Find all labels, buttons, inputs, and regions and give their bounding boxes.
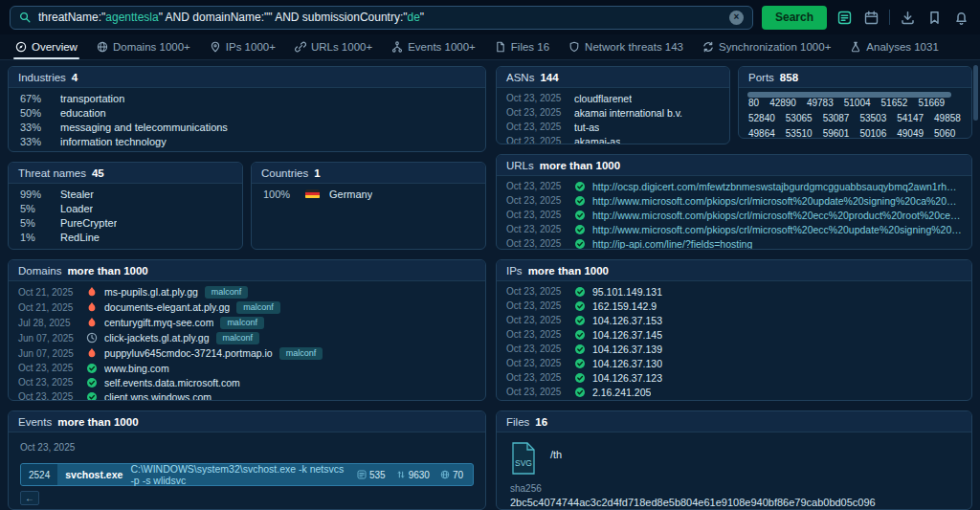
ip-address[interactable]: 104.126.37.139 — [592, 344, 662, 355]
sha256-value[interactable]: 2bc5c4074744ac3c2d4fd718ed8e5b804e61e910… — [510, 497, 958, 508]
ip-row[interactable]: Oct 23, 2025104.126.37.153 — [497, 313, 971, 327]
asn-name[interactable]: tut-as — [574, 122, 599, 133]
domain-name[interactable]: ms-pupils.gl.at.ply.gg — [104, 286, 198, 298]
asn-row[interactable]: Oct 23, 2025tut-as — [497, 120, 729, 134]
download-icon[interactable] — [899, 9, 917, 27]
port-value[interactable]: 49858 — [934, 113, 961, 123]
domain-row[interactable]: Jun 07, 2025click-jackets.gl.at.ply.ggma… — [9, 330, 485, 345]
url-link[interactable]: http://www.microsoft.com/pkiops/crl/micr… — [592, 210, 962, 221]
tab-synchronization[interactable]: Synchronization 1000+ — [693, 34, 840, 59]
url-link[interactable]: http://ocsp.digicert.com/mfewtzbnmeswsta… — [592, 181, 962, 192]
tab-events[interactable]: Events 1000+ — [382, 34, 485, 59]
ip-row[interactable]: Oct 23, 20252.16.241.205 — [497, 385, 971, 399]
domain-name[interactable]: www.bing.com — [104, 363, 169, 374]
port-value[interactable]: 5060 — [934, 128, 955, 139]
asn-name[interactable]: akamai-as — [574, 136, 620, 144]
port-value[interactable]: 51004 — [844, 98, 871, 108]
ip-address[interactable]: 95.101.149.131 — [592, 286, 662, 298]
port-value[interactable]: 49049 — [897, 128, 924, 139]
search-button[interactable]: Search — [762, 6, 827, 30]
country-row[interactable]: 100% Germany — [252, 187, 485, 201]
asn-row[interactable]: Oct 23, 2025akamai-as — [497, 134, 729, 144]
port-value[interactable]: 49864 — [748, 128, 775, 139]
industry-row[interactable]: 33%messaging and telecommunications — [9, 120, 485, 134]
domain-row[interactable]: Oct 21, 2025ms-pupils.gl.at.ply.ggmalcon… — [9, 284, 485, 299]
ip-row[interactable]: Oct 23, 202595.101.149.131 — [497, 284, 971, 299]
url-row[interactable]: Oct 23, 2025http://www.microsoft.com/pki… — [497, 193, 971, 208]
domain-row[interactable]: Oct 21, 2025documents-elegant.at.ply.ggm… — [9, 299, 485, 315]
bookmark-icon[interactable] — [925, 9, 944, 27]
port-value[interactable]: 54147 — [897, 113, 924, 123]
bell-icon[interactable] — [952, 9, 970, 27]
tab-domains[interactable]: Domains 1000+ — [87, 34, 200, 59]
asn-row[interactable]: Oct 23, 2025cloudflarenet — [497, 91, 729, 105]
asn-name[interactable]: cloudflarenet — [574, 93, 632, 104]
url-link[interactable]: http://ip-api.com/line/?fields=hosting — [592, 238, 752, 250]
url-row[interactable]: Oct 23, 2025http://ip-api.com/line/?fiel… — [497, 236, 971, 249]
url-row[interactable]: Oct 23, 2025http://www.microsoft.com/pki… — [497, 222, 971, 236]
domain-row[interactable]: Oct 23, 2025self.events.data.microsoft.c… — [9, 375, 485, 389]
domain-name[interactable]: client.wns.windows.com — [104, 391, 212, 401]
domain-row[interactable]: Jul 28, 2025centurygift.myq-see.commalco… — [9, 315, 485, 330]
scrollbar-thumb[interactable] — [747, 92, 951, 98]
page-scrollbar[interactable] — [973, 65, 978, 121]
tab-network-threats[interactable]: Network threats 143 — [559, 34, 693, 59]
tab-files[interactable]: Files 16 — [485, 34, 559, 59]
threat-name-row[interactable]: 5%Loader — [9, 201, 242, 215]
domain-name[interactable]: puppyluv645cmdoc-37214.portmap.io — [104, 347, 273, 359]
results-list-icon[interactable] — [835, 9, 854, 27]
file-name[interactable]: /th — [550, 449, 562, 460]
ip-address[interactable]: 104.126.37.130 — [592, 358, 662, 369]
port-value[interactable]: 53503 — [859, 113, 886, 123]
domain-name[interactable]: self.events.data.microsoft.com — [104, 377, 240, 388]
url-row[interactable]: Oct 23, 2025http://www.microsoft.com/pki… — [497, 208, 971, 222]
ip-row[interactable]: Oct 23, 2025104.126.37.123 — [497, 370, 971, 385]
asn-name[interactable]: akamai international b.v. — [574, 107, 682, 119]
tab-analyses[interactable]: Analyses 1031 — [840, 34, 947, 59]
threat-name-row[interactable]: 99%Stealer — [9, 187, 242, 201]
port-value[interactable]: 80 — [748, 98, 759, 108]
port-value[interactable]: 52840 — [748, 113, 775, 123]
domain-row[interactable]: Oct 23, 2025client.wns.windows.com — [9, 389, 485, 400]
domain-row[interactable]: Oct 23, 2025www.bing.com — [9, 361, 485, 375]
search-input[interactable]: threatName:"agenttesla" AND domainName:"… — [38, 11, 722, 24]
port-value[interactable]: 51652 — [881, 98, 908, 108]
ip-row[interactable]: Oct 23, 2025104.126.37.139 — [497, 342, 971, 356]
port-value[interactable]: 51669 — [918, 98, 945, 108]
threat-name-row[interactable]: 5%PureCrypter — [9, 215, 242, 230]
ip-address[interactable]: 104.126.37.145 — [592, 329, 662, 341]
port-value[interactable]: 50106 — [859, 128, 886, 139]
tab-overview[interactable]: Overview — [6, 34, 87, 59]
clear-search-button[interactable]: × — [729, 11, 744, 25]
domain-name[interactable]: documents-elegant.at.ply.gg — [104, 301, 230, 313]
calendar-icon[interactable] — [862, 9, 880, 27]
industry-row[interactable]: 67%transportation — [9, 91, 485, 105]
tab-urls[interactable]: URLs 1000+ — [285, 34, 382, 59]
url-link[interactable]: http://www.microsoft.com/pkiops/crl/micr… — [592, 224, 962, 235]
industry-row[interactable]: 50%education — [9, 105, 485, 120]
ip-address[interactable]: 104.126.37.123 — [592, 372, 662, 384]
domain-name[interactable]: centurygift.myq-see.com — [104, 317, 213, 328]
ip-address[interactable]: 104.126.37.153 — [592, 315, 662, 326]
industry-row[interactable]: 33%information technology — [9, 134, 485, 148]
port-value[interactable]: 53510 — [786, 128, 813, 139]
process-row[interactable]: 2524 svchost.exe C:\WINDOWS\system32\svc… — [20, 463, 474, 486]
ip-row[interactable]: Oct 23, 2025162.159.142.9 — [497, 299, 971, 313]
domain-row[interactable]: Jun 07, 2025puppyluv645cmdoc-37214.portm… — [9, 345, 485, 361]
search-bar[interactable]: threatName:"agenttesla" AND domainName:"… — [10, 6, 753, 30]
port-value[interactable]: 59601 — [823, 128, 850, 139]
port-value[interactable]: 49783 — [807, 98, 834, 108]
tab-ips[interactable]: IPs 1000+ — [200, 34, 285, 59]
ip-address[interactable]: 2.16.241.205 — [592, 387, 651, 398]
threat-name-row[interactable]: 1%RedLine — [9, 230, 242, 244]
url-link[interactable]: http://www.microsoft.com/pkiops/crl/micr… — [592, 195, 962, 207]
port-value[interactable]: 53087 — [823, 113, 850, 123]
scroll-left-button[interactable]: ← — [20, 491, 39, 505]
port-value[interactable]: 53065 — [786, 113, 813, 123]
ip-address[interactable]: 162.159.142.9 — [592, 300, 657, 312]
ip-row[interactable]: Oct 23, 2025104.126.37.130 — [497, 356, 971, 370]
asn-row[interactable]: Oct 23, 2025akamai international b.v. — [497, 105, 729, 120]
ip-row[interactable]: Oct 23, 2025104.126.37.145 — [497, 327, 971, 342]
url-row[interactable]: Oct 23, 2025http://ocsp.digicert.com/mfe… — [497, 179, 971, 193]
port-value[interactable]: 42890 — [769, 98, 796, 108]
